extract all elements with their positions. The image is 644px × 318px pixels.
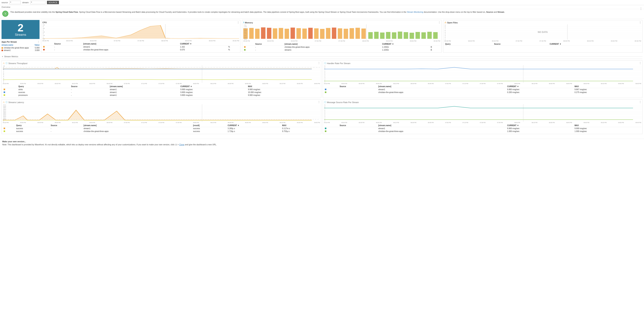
clone-link[interactable]: Clone <box>179 143 184 146</box>
stream-monitoring-link[interactable]: Stream Monitoring <box>407 11 423 13</box>
openfiles-no-data: NO DATA <box>444 25 641 40</box>
svg-rect-30 <box>308 28 313 39</box>
cpu-unit-2: % <box>228 48 239 51</box>
throughput-panel: ⚠ ⓘ Streams Throughput ⋮ <box>2 61 321 98</box>
throughput-menu-btn[interactable]: ⋮ <box>318 62 320 65</box>
openfiles-warn-icon: ⚠ <box>444 21 446 24</box>
handler-row-1: stream1 9.860 msg/sec 9.867 msg/sec <box>324 88 641 91</box>
latency-menu-btn[interactable]: ⋮ <box>318 100 320 104</box>
cpu-title: CPU <box>42 21 239 24</box>
cpu-row-1: - stream1 1.162 % <box>42 46 239 49</box>
handler-rate-title: ⓘ Handler Rate Per Stream <box>324 62 641 65</box>
source-button[interactable]: SOURCE <box>47 1 59 4</box>
apps-dot-1 <box>2 47 3 49</box>
streams-count-box: 2 Streams <box>2 20 40 39</box>
apps-row-2: stream1 3.000 <box>2 49 40 52</box>
memory-time-axis: 05:30 PM06:00 PM06:30 PM07:00 PM07:30 PM… <box>243 40 440 42</box>
throughput-table: Query Source [stream.name] CURRENT ▼ MAX… <box>3 85 320 97</box>
cpu-stream-2: christian-the-great-three-apps <box>82 48 179 51</box>
throughput-title: ⚠ ⓘ Streams Throughput <box>3 62 320 65</box>
info-box: S This dashboard provides real-time visi… <box>0 9 644 19</box>
svg-rect-29 <box>302 29 307 39</box>
svg-rect-28 <box>296 28 301 39</box>
msg-info-icon: ⓘ <box>324 101 326 104</box>
apps-menu-btn[interactable]: ⋮ <box>37 41 40 43</box>
stream-metrics-label: Stream Metrics <box>4 55 18 58</box>
cpu-legend-2 <box>43 49 45 50</box>
cpu-col-current[interactable]: CURRENT ▼ <box>179 43 227 46</box>
handler-menu-btn[interactable]: ⋮ <box>639 62 642 65</box>
msg-source-rate-title: ⓘ Message Source Rate Per Stream <box>324 101 641 104</box>
memory-legend-1 <box>244 46 246 48</box>
bottom-note-line2: Note: This dashboard is provided by Wave… <box>2 143 642 146</box>
memory-row-1: - christian-the-great-three-apps 1.155Gi… <box>243 46 440 49</box>
openfiles-table: Query Source CURRENT ▼ <box>444 43 641 46</box>
cpu-col-source: Source <box>54 43 82 46</box>
cpu-table: Source [stream.name] CURRENT ▼ - stream1… <box>42 43 239 51</box>
cpu-stream-1: stream1 <box>82 46 179 49</box>
latency-time-axis: 05:15 PM05:30 PM05:45 PM06:00 PM06:15 PM… <box>3 122 320 123</box>
svg-rect-36 <box>344 29 348 39</box>
top-bar: source stream SOURCE <box>0 0 644 5</box>
msg-table: Source [stream.name] CURRENT ▼ MAX strea… <box>324 124 641 133</box>
svg-rect-25 <box>279 28 283 39</box>
cpu-source-1: - <box>54 46 82 49</box>
cpu-time-axis: 05:30 PM06:00 PM06:30 PM07:00 PM07:30 PM… <box>42 40 239 42</box>
throughput-time-axis: 05:15 PM05:30 PM05:45 PM06:00 PM06:15 PM… <box>3 83 320 84</box>
openfiles-panel: ⚠ Open Files ⋮ NO DATA <box>443 20 642 53</box>
handler-time-axis: 05:15 PM05:30 PM05:45 PM06:00 PM06:15 PM… <box>324 83 641 84</box>
svg-rect-46 <box>398 32 402 39</box>
svg-rect-51 <box>427 32 432 39</box>
svg-rect-24 <box>273 28 277 39</box>
apps-row-name-1: christian-the-great-three-apps <box>4 47 34 49</box>
openfiles-title: ⚠ Open Files <box>444 21 641 24</box>
svg-rect-31 <box>314 28 318 39</box>
svg-rect-23 <box>267 28 272 39</box>
thr-leg-1 <box>4 89 5 90</box>
breadcrumb: Overview ⋮ <box>0 5 644 9</box>
msg-menu-btn[interactable]: ⋮ <box>639 100 642 104</box>
cpu-legend-1 <box>43 46 45 48</box>
breadcrumb-menu[interactable]: ⋮ <box>640 7 642 11</box>
stream-filter-input[interactable] <box>30 1 46 4</box>
handler-row-2: christian-the-great-three-apps 0.200 msg… <box>324 91 641 94</box>
openfiles-chart-area: NO DATA 987654321 <box>444 25 641 40</box>
latency-title: ⚠ ⓘ Streams Latency <box>3 101 320 104</box>
throughput-chart: 10987654321 <box>3 65 320 83</box>
bottom-note-line1: Make your own version... <box>2 140 642 143</box>
memory-title: ℹ Memory <box>243 21 440 24</box>
handler-info-icon: ⓘ <box>324 62 326 65</box>
svg-rect-37 <box>350 28 354 39</box>
svg-rect-21 <box>255 29 260 39</box>
apps-row-name-2: stream1 <box>4 49 34 51</box>
latency-warn-icon: ⚠ <box>3 101 5 104</box>
stream-filter-label: stream <box>22 1 29 4</box>
handler-chart: 987654321 <box>324 65 641 83</box>
svg-rect-52 <box>433 32 438 39</box>
throughput-row-2: sources - stream1 9.800 msg/sec 10.000 m… <box>3 91 320 94</box>
source-filter-input[interactable] <box>9 1 21 4</box>
svg-rect-43 <box>380 33 384 39</box>
svg-rect-45 <box>392 32 396 39</box>
handler-table: Source [stream.name] CURRENT ▼ MAX strea… <box>324 85 641 94</box>
svg-rect-42 <box>374 32 379 39</box>
latency-info-icon: ⓘ <box>6 101 8 104</box>
svg-rect-47 <box>404 32 408 39</box>
svg-rect-35 <box>338 28 342 39</box>
msg-chart: 987654321 <box>324 104 641 122</box>
thr-leg-3 <box>4 94 5 96</box>
cpu-current-2: 0.070 <box>179 48 227 51</box>
memory-panel: ℹ Memory ⋮ <box>242 20 441 53</box>
svg-rect-33 <box>326 28 330 39</box>
cpu-source-2: - <box>54 48 82 51</box>
svg-rect-19 <box>243 28 248 39</box>
memory-chart-area: 4.0Gi3.75G3.5Gi3.25G3.0Gi2.75G2.5Gi2.25G… <box>243 25 440 40</box>
openfiles-menu-btn[interactable]: ⋮ <box>639 21 642 24</box>
memory-menu-btn[interactable]: ⋮ <box>438 21 440 24</box>
latency-row-1: success - stream1 success 3.260µ s 0.117… <box>3 127 320 130</box>
cpu-chart-area: 4.543.532.521.510.5 <box>42 24 239 40</box>
svg-rect-49 <box>416 32 420 39</box>
handler-leg-1 <box>325 89 326 90</box>
cpu-menu-btn[interactable]: ⋮ <box>237 21 240 24</box>
svg-rect-48 <box>410 33 414 39</box>
